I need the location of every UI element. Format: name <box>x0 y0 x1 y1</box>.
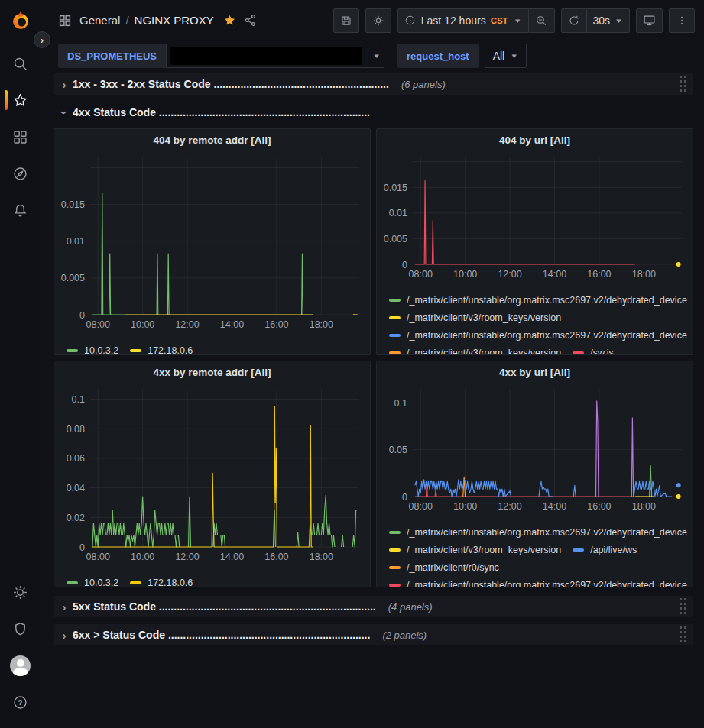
legend-row: 10.0.3.2172.18.0.6 <box>67 341 370 355</box>
panel-title[interactable]: 404 by remote addr [All] <box>54 129 370 150</box>
sidebar-bottom-nav: ? <box>0 574 41 720</box>
refresh-controls: 30s ▼ <box>561 8 630 33</box>
help-circle-icon: ? <box>12 694 28 710</box>
timeseries-chart: 08:0010:0012:0014:0016:0018:0000.050.1 <box>382 383 689 516</box>
legend-row: /_matrix/client/r0/sync <box>389 558 693 576</box>
sidebar-item-configuration[interactable] <box>0 574 41 610</box>
sidebar-item-server-admin[interactable] <box>0 610 41 647</box>
legend-row: /_matrix/client/unstable/org.matrix.msc2… <box>389 326 693 344</box>
kebab-menu-button[interactable] <box>669 8 695 33</box>
legend-swatch <box>389 531 401 534</box>
legend-item[interactable]: 10.0.3.2 <box>67 345 118 356</box>
cycle-view-mode-button[interactable] <box>636 8 663 33</box>
svg-text:0.01: 0.01 <box>389 208 407 218</box>
svg-text:0.04: 0.04 <box>67 483 85 493</box>
row-header-5xx[interactable]: › 5xx Status Code ......................… <box>54 596 693 617</box>
row-header-4xx[interactable]: › 4xx Status Code ......................… <box>54 102 693 123</box>
svg-text:0.015: 0.015 <box>384 183 407 193</box>
datasource-variable-select[interactable]: ▼ <box>166 44 384 68</box>
row-header-6xx[interactable]: › 6xx > Status Code ....................… <box>54 624 693 645</box>
chart-legend: 10.0.3.2172.18.0.6 <box>54 338 370 355</box>
panel-title[interactable]: 404 by uri [All] <box>377 129 693 150</box>
refresh-button[interactable] <box>561 8 587 33</box>
row-drag-handle[interactable] <box>676 625 690 645</box>
search-icon <box>12 56 28 72</box>
breadcrumb-separator: / <box>125 14 128 27</box>
refresh-interval-value: 30s <box>593 15 611 27</box>
legend-swatch <box>67 581 78 584</box>
legend-row: 10.0.3.2172.18.0.6 <box>67 574 370 587</box>
dashboard-content: › 1xx - 3xx - 2xx Status Code ..........… <box>41 73 704 645</box>
legend-swatch <box>389 584 401 587</box>
legend-label: /_matrix/client/v3/room_keys/version <box>407 545 561 555</box>
legend-item[interactable]: /sw.js <box>573 348 614 356</box>
favorite-star-icon[interactable] <box>223 14 236 27</box>
svg-text:08:00: 08:00 <box>86 552 110 562</box>
panel-4xx-by-remote-addr: 4xx by remote addr [All] 08:0010:0012:00… <box>54 361 371 587</box>
request-host-variable-label[interactable]: request_host <box>397 44 479 68</box>
request-host-variable-select[interactable]: All ▼ <box>485 44 527 68</box>
breadcrumb-folder[interactable]: General <box>79 14 120 27</box>
legend-item[interactable]: /_matrix/client/v3/room_keys/version <box>389 348 561 356</box>
dashboard-settings-button[interactable] <box>365 8 391 33</box>
datasource-variable-label[interactable]: DS_PROMETHEUS <box>58 44 166 68</box>
panel-grid: 404 by remote addr [All] 08:0010:0012:00… <box>54 128 693 587</box>
svg-text:0: 0 <box>402 492 407 503</box>
svg-text:0.015: 0.015 <box>61 199 85 210</box>
sidebar-item-starred[interactable] <box>0 82 41 118</box>
legend-item[interactable]: /_matrix/client/unstable/org.matrix.msc2… <box>389 295 687 306</box>
legend-item[interactable]: /_matrix/client/unstable/org.matrix.msc2… <box>389 330 687 341</box>
legend-swatch <box>389 351 401 354</box>
grafana-logo-icon[interactable] <box>10 10 31 31</box>
sidebar-item-dashboards[interactable] <box>0 118 41 155</box>
legend-item[interactable]: /_matrix/client/unstable/org.matrix.msc2… <box>389 527 687 538</box>
legend-item[interactable]: 172.18.0.6 <box>130 578 193 588</box>
zoom-out-time-button[interactable] <box>529 8 555 33</box>
save-dashboard-button[interactable] <box>333 8 359 33</box>
panel-404-by-uri: 404 by uri [All] 08:0010:0012:0014:0016:… <box>376 128 693 355</box>
chevron-down-icon: ▼ <box>372 53 381 59</box>
svg-text:18:00: 18:00 <box>310 319 333 330</box>
sidebar-item-profile[interactable] <box>0 647 41 684</box>
share-icon[interactable] <box>244 14 257 27</box>
gear-icon <box>12 584 28 600</box>
svg-text:0: 0 <box>402 260 407 270</box>
panel-title[interactable]: 4xx by uri [All] <box>377 361 693 383</box>
legend-item[interactable]: /_matrix/client/r0/sync <box>389 562 499 573</box>
legend-item[interactable]: /_matrix/client/v3/room_keys/version <box>389 545 561 555</box>
svg-text:0.1: 0.1 <box>72 394 85 405</box>
variables-row: DS_PROMETHEUS ▼ request_host All ▼ <box>41 40 704 73</box>
legend-row: /_matrix/client/v3/room_keys/version/sw.… <box>389 344 693 355</box>
svg-text:0.02: 0.02 <box>67 513 85 523</box>
legend-swatch <box>573 351 584 354</box>
legend-label: /sw.js <box>590 348 614 356</box>
star-icon <box>12 92 28 108</box>
sidebar-item-explore[interactable] <box>0 155 41 192</box>
breadcrumb-dashboard-title[interactable]: NGINX PROXY <box>135 14 214 27</box>
time-range-label: Last 12 hours <box>421 15 486 27</box>
legend-item[interactable]: 172.18.0.6 <box>130 345 193 356</box>
sidebar-expand-button[interactable]: › <box>34 31 50 48</box>
panel-title[interactable]: 4xx by remote addr [All] <box>54 361 370 383</box>
request-host-value: All <box>493 50 505 62</box>
breadcrumb: General / NGINX PROXY <box>79 14 214 27</box>
row-title: 4xx Status Code ........................… <box>73 106 370 118</box>
svg-text:16:00: 16:00 <box>264 319 288 330</box>
legend-label: 172.18.0.6 <box>148 345 193 356</box>
legend-item[interactable]: /api/live/ws <box>573 545 637 555</box>
sidebar-item-help[interactable]: ? <box>0 684 41 720</box>
gear-icon <box>372 15 384 27</box>
row-drag-handle[interactable] <box>676 597 690 616</box>
legend-item[interactable]: 10.0.3.2 <box>67 578 118 588</box>
refresh-interval-dropdown[interactable]: 30s ▼ <box>587 8 630 33</box>
legend-item[interactable]: /_matrix/client/unstable/org.matrix.msc2… <box>389 580 687 588</box>
row-header-1xx-3xx-2xx[interactable]: › 1xx - 3xx - 2xx Status Code ..........… <box>54 73 693 95</box>
zoom-out-icon <box>535 15 547 27</box>
legend-swatch <box>389 316 401 319</box>
row-drag-handle[interactable] <box>676 74 690 94</box>
time-range-picker[interactable]: Last 12 hours CST ▼ <box>397 8 529 33</box>
sidebar-item-search[interactable] <box>0 45 41 82</box>
sidebar-item-alerting[interactable] <box>0 192 41 228</box>
legend-item[interactable]: /_matrix/client/v3/room_keys/version <box>389 312 561 323</box>
panel-404-by-remote-addr: 404 by remote addr [All] 08:0010:0012:00… <box>54 128 371 355</box>
